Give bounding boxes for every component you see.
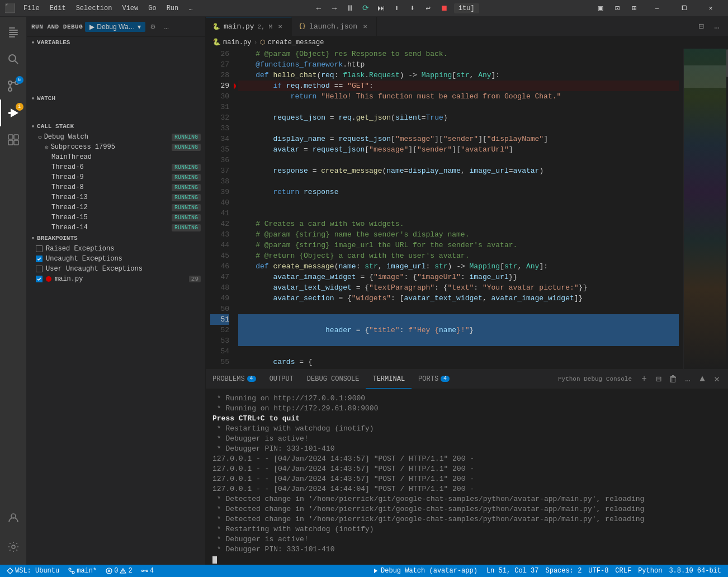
bp-raised-checkbox[interactable] bbox=[36, 245, 42, 252]
menu-selection[interactable]: Selection bbox=[72, 3, 117, 13]
cs-thread6[interactable]: Thread-6 RUNNING bbox=[31, 162, 205, 172]
cs-thread8[interactable]: Thread-8 RUNNING bbox=[31, 182, 205, 192]
debug-run-button[interactable]: ▶ Debug Wa… ▾ bbox=[85, 22, 145, 32]
tab-debug-console[interactable]: DEBUG CONSOLE bbox=[300, 370, 366, 389]
cs-subprocess[interactable]: ⚙ Subprocess 17995 RUNNING bbox=[31, 142, 205, 152]
menu-edit[interactable]: Edit bbox=[45, 3, 70, 13]
new-terminal-btn[interactable]: + bbox=[637, 372, 651, 386]
menu-bar: File Edit Selection View Go Run … bbox=[19, 3, 197, 13]
svg-rect-16 bbox=[8, 140, 13, 145]
status-line-ending-label: CRLF bbox=[615, 567, 631, 575]
call-stack-section-header[interactable]: ▾ CALL STACK bbox=[27, 121, 205, 132]
debug-step-into-btn[interactable]: ↩ bbox=[422, 2, 435, 15]
left-panel: RUN AND DEBUG ▶ Debug Wa… ▾ ⚙ … ▾ VARIAB… bbox=[27, 17, 206, 565]
debug-more-btn[interactable]: … bbox=[161, 21, 172, 32]
more-actions-btn[interactable]: … bbox=[710, 20, 724, 33]
status-remote[interactable]: WSL: Ubuntu bbox=[4, 565, 62, 577]
tab-problems[interactable]: PROBLEMS 4 bbox=[206, 370, 263, 389]
activity-source-control[interactable]: 6 bbox=[0, 73, 27, 100]
close-panel-btn[interactable]: ✕ bbox=[710, 372, 724, 386]
bp-main-py[interactable]: main.py 29 bbox=[27, 274, 205, 284]
debug-restart-btn[interactable]: ⟳ bbox=[359, 2, 372, 15]
split-terminal-btn[interactable]: ⊟ bbox=[652, 372, 665, 386]
breadcrumb-file[interactable]: main.py bbox=[223, 39, 251, 46]
debug-forward-btn[interactable]: → bbox=[328, 2, 341, 15]
more-terminal-btn[interactable]: … bbox=[681, 372, 694, 386]
close-btn[interactable]: ✕ bbox=[698, 0, 724, 17]
bp-user-uncaught-checkbox[interactable] bbox=[36, 266, 42, 272]
maximize-btn[interactable]: ⧠ bbox=[671, 0, 697, 17]
maximize-panel-btn[interactable]: ▲ bbox=[696, 372, 709, 386]
activity-extensions[interactable] bbox=[0, 126, 27, 153]
tab-main-py[interactable]: 🐍 main.py 2, M ✕ bbox=[206, 17, 292, 36]
menu-file[interactable]: File bbox=[19, 3, 44, 13]
layout2-btn[interactable]: ⊡ bbox=[611, 2, 624, 15]
layout-btn[interactable]: ▣ bbox=[594, 2, 607, 15]
tab-output[interactable]: OUTPUT bbox=[263, 370, 300, 389]
breadcrumb-func[interactable]: create_message bbox=[268, 39, 324, 46]
menu-run[interactable]: Run bbox=[162, 3, 183, 13]
bp-raised-exceptions[interactable]: Raised Exceptions bbox=[27, 244, 205, 254]
debug-pause-btn[interactable]: ⏸ bbox=[343, 2, 357, 15]
terminal-content[interactable]: * Running on http://127.0.0.1:9000 * Run… bbox=[206, 389, 728, 565]
kill-terminal-btn[interactable]: 🗑 bbox=[666, 372, 680, 386]
variables-section-header[interactable]: ▾ VARIABLES bbox=[27, 37, 205, 48]
cs-thread15[interactable]: Thread-15 RUNNING bbox=[31, 212, 205, 223]
activity-account[interactable] bbox=[0, 504, 27, 531]
svg-rect-3 bbox=[9, 34, 18, 35]
status-language[interactable]: Python bbox=[636, 567, 664, 575]
tab-ports[interactable]: PORTS 4 bbox=[412, 370, 456, 389]
minimize-btn[interactable]: — bbox=[644, 0, 670, 17]
breakpoints-section-header[interactable]: ▾ BREAKPOINTS bbox=[27, 233, 205, 244]
line-numbers: 262728 29 303132333435363738394041424344… bbox=[206, 49, 234, 369]
bp-uncaught-checkbox[interactable] bbox=[36, 256, 42, 262]
status-debug-connections[interactable]: 4 bbox=[139, 565, 156, 577]
tab-terminal[interactable]: TERMINAL bbox=[366, 370, 412, 389]
cs-debug-watch[interactable]: ⚙ Debug Watch RUNNING bbox=[31, 132, 205, 142]
cs-thread14[interactable]: Thread-14 RUNNING bbox=[31, 223, 205, 233]
cs-thread13[interactable]: Thread-13 RUNNING bbox=[31, 192, 205, 202]
bp-main-py-checkbox[interactable] bbox=[36, 276, 42, 282]
debug-stop-btn[interactable]: ⏹ bbox=[437, 2, 451, 15]
breadcrumb-func-icon: ⬡ bbox=[260, 39, 266, 46]
activity-settings[interactable] bbox=[0, 533, 27, 560]
status-encoding[interactable]: UTF-8 bbox=[586, 567, 611, 575]
status-remote-label: Debug Watch (avatar-app) bbox=[381, 567, 478, 575]
activity-debug[interactable]: 1 bbox=[0, 100, 27, 126]
run-debug-label: RUN AND DEBUG bbox=[31, 23, 83, 30]
svg-line-6 bbox=[15, 61, 18, 64]
status-arch[interactable]: 3.8.10 64-bit bbox=[666, 567, 724, 575]
status-spaces[interactable]: Spaces: 2 bbox=[543, 567, 584, 575]
debug-back-btn[interactable]: ← bbox=[312, 2, 325, 15]
split-editor-btn[interactable]: ⊟ bbox=[694, 20, 708, 33]
status-git[interactable]: main* bbox=[66, 565, 99, 577]
debug-settings-btn[interactable]: ⚙ bbox=[148, 21, 159, 32]
cs-mainthread[interactable]: MainThread bbox=[31, 152, 205, 162]
menu-go[interactable]: Go bbox=[144, 3, 160, 13]
code-line-43: # @param {string} name the sender's disp… bbox=[238, 229, 679, 240]
bp-uncaught-exceptions[interactable]: Uncaught Exceptions bbox=[27, 254, 205, 264]
menu-more[interactable]: … bbox=[184, 3, 197, 13]
cs-thread12[interactable]: Thread-12 RUNNING bbox=[31, 202, 205, 212]
layout3-btn[interactable]: ⊞ bbox=[627, 2, 641, 15]
debug-step-down-btn[interactable]: ⬇ bbox=[406, 2, 419, 15]
activity-search[interactable] bbox=[0, 46, 27, 73]
bp-user-uncaught-exceptions[interactable]: User Uncaught Exceptions bbox=[27, 264, 205, 274]
tab-launch-json-close[interactable]: ✕ bbox=[361, 22, 370, 31]
status-position[interactable]: Ln 51, Col 37 bbox=[484, 567, 541, 575]
status-errors[interactable]: 0 2 bbox=[103, 565, 134, 577]
tab-actions: ⊟ … bbox=[690, 17, 728, 36]
minimap[interactable] bbox=[683, 49, 728, 369]
status-line-ending[interactable]: CRLF bbox=[613, 567, 634, 575]
debug-step-up-btn[interactable]: ⬆ bbox=[390, 2, 404, 15]
menu-view[interactable]: View bbox=[117, 3, 143, 13]
debug-badge: 1 bbox=[16, 103, 23, 111]
watch-section-header[interactable]: ▾ WATCH bbox=[27, 93, 205, 104]
debug-step-over-btn[interactable]: ⏭ bbox=[375, 2, 388, 15]
tab-launch-json[interactable]: {} launch.json ✕ bbox=[292, 17, 377, 36]
cs-thread9[interactable]: Thread-9 RUNNING bbox=[31, 172, 205, 182]
cs-thread12-label: Thread-12 bbox=[51, 204, 172, 211]
activity-explorer[interactable] bbox=[0, 19, 27, 46]
status-debug-session[interactable]: Debug Watch (avatar-app) bbox=[370, 565, 480, 577]
tab-main-py-close[interactable]: ✕ bbox=[276, 22, 285, 31]
